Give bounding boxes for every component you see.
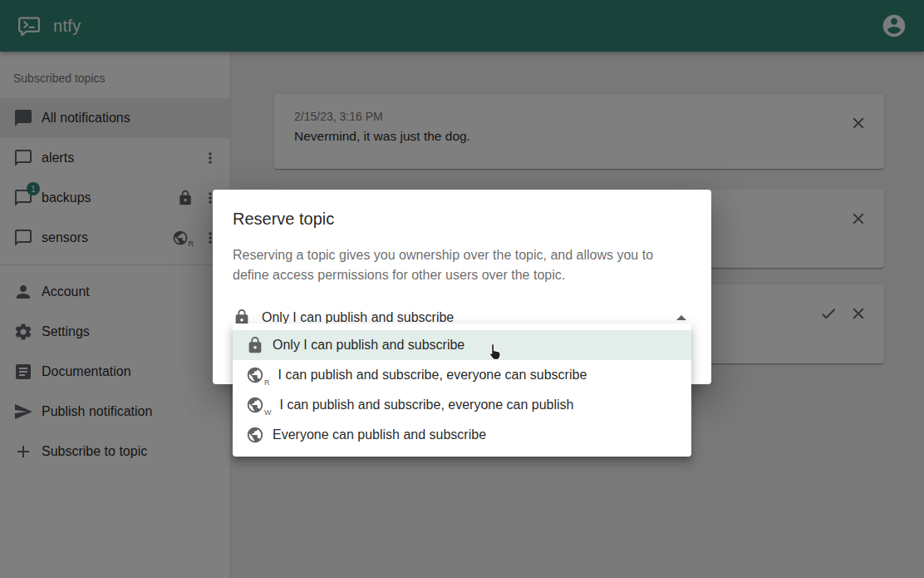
lock-icon — [246, 336, 264, 354]
dialog-title: Reserve topic — [233, 210, 691, 229]
menu-item-label: I can publish and subscribe, everyone ca… — [280, 398, 574, 413]
menu-item-everyone-can-publish-subscribe[interactable]: Everyone can publish and subscribe — [233, 420, 691, 450]
globe-write-only-icon: W — [246, 396, 272, 414]
menu-item-label: Everyone can publish and subscribe — [273, 427, 486, 442]
menu-item-everyone-can-publish[interactable]: W I can publish and subscribe, everyone … — [233, 390, 691, 420]
menu-item-only-i-can-publish-subscribe[interactable]: Only I can publish and subscribe — [233, 330, 691, 360]
dialog-description: Reserving a topic gives you ownership ov… — [233, 245, 673, 285]
menu-item-label: I can publish and subscribe, everyone ca… — [278, 368, 587, 383]
menu-item-label: Only I can publish and subscribe — [273, 338, 464, 353]
globe-icon — [246, 426, 264, 444]
globe-read-only-icon: R — [246, 366, 270, 384]
chevron-up-icon — [676, 315, 686, 320]
access-permission-menu: Only I can publish and subscribe R I can… — [233, 324, 691, 457]
menu-item-everyone-can-subscribe[interactable]: R I can publish and subscribe, everyone … — [233, 360, 691, 390]
